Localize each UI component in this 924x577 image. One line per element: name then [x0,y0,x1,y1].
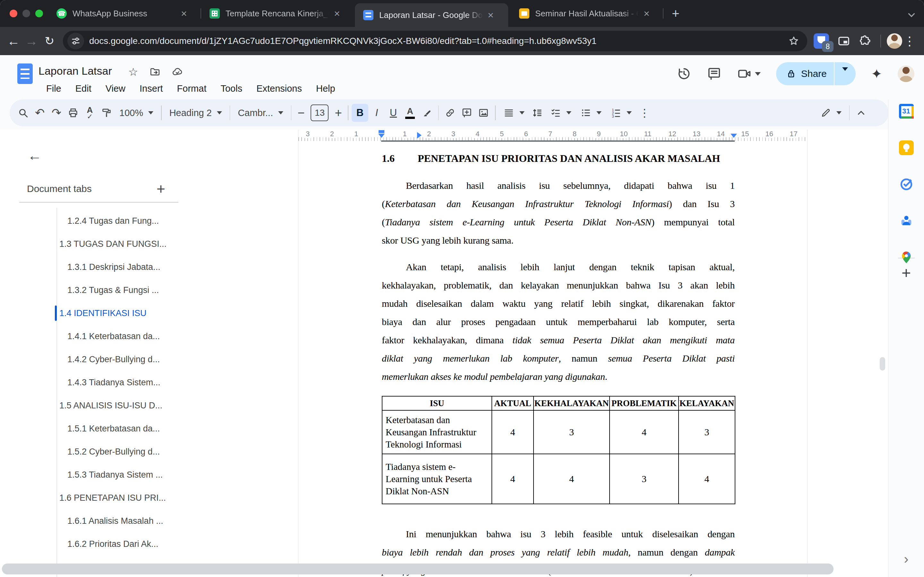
menu-format[interactable]: Format [170,81,214,96]
star-document-icon[interactable]: ☆ [128,65,138,78]
underline-button[interactable]: U [385,104,402,122]
outline-item[interactable]: 1.2.4 Tugas dan Fung... [0,210,298,232]
tab-search-chevron-icon[interactable] [906,10,917,21]
outline-item[interactable]: 1.5.3 Tiadanya Sistem ... [0,463,298,486]
spellcheck-icon[interactable]: A ✓ [81,104,98,122]
italic-button[interactable]: I [368,104,385,122]
tab-slides[interactable]: Seminar Hasil Aktualisasi - Go × [511,0,662,27]
minimize-window-button[interactable] [23,10,30,17]
menu-extensions[interactable]: Extensions [249,81,309,96]
table-header-cell[interactable]: AKTUAL [492,396,533,410]
google-maps-icon[interactable] [899,250,914,265]
document-title[interactable]: Laporan Latsar [39,65,112,77]
google-calendar-icon[interactable]: 31 [899,104,914,119]
menu-view[interactable]: View [99,81,132,96]
usg-table[interactable]: ISUAKTUALKEKHALAYAKANPROBLEMATIKKELAYAKA… [382,396,735,504]
left-indent-marker[interactable] [378,134,384,138]
close-tab-icon[interactable]: × [488,10,494,20]
tab-whatsapp[interactable]: ☎ WhatsApp Business × [48,0,200,27]
adblock-extension-icon[interactable]: 8 [814,33,829,49]
redo-icon[interactable]: ↷ [48,104,65,122]
vertical-scrollbar-thumb[interactable] [880,357,885,371]
numbered-list-select[interactable]: 123 [606,107,636,118]
table-cell-value[interactable]: 4 [610,410,678,454]
outline-item[interactable]: 1.3 TUGAS DAN FUNGSI... [0,232,298,255]
hide-menus-chevron-icon[interactable] [853,104,869,122]
menu-tools[interactable]: Tools [213,81,249,96]
close-tab-icon[interactable]: × [644,8,650,19]
doc-heading[interactable]: 1.6PENETAPAN ISU PRIORITAS DAN ANALISIS … [382,148,735,169]
horizontal-scrollbar-thumb[interactable] [2,564,834,574]
back-icon[interactable]: ← [27,147,42,163]
google-tasks-icon[interactable] [899,177,914,192]
table-cell-value[interactable]: 4 [492,410,533,454]
font-select[interactable]: Cambr... [233,108,288,118]
table-header-cell[interactable]: KELAYAKAN [678,396,735,410]
browser-menu-icon[interactable]: ⋮ [903,34,916,48]
outline-item[interactable]: 1.4.2 Cyber-Bullying d... [0,348,298,371]
menu-file[interactable]: File [39,81,68,96]
table-header-cell[interactable]: KEKHALAYAKAN [533,396,610,410]
close-window-button[interactable] [10,10,17,17]
move-to-folder-icon[interactable] [150,66,160,77]
more-toolbar-options-icon[interactable]: ⋮ [636,104,653,122]
increase-font-size-button[interactable]: + [332,106,344,120]
ruler[interactable]: 3211234567891011121314151617 [298,129,808,142]
add-comment-icon[interactable] [459,104,475,122]
outline-item[interactable]: 1.4.3 Tiadanya Sistem... [0,371,298,394]
google-docs-logo-icon[interactable] [17,63,33,84]
address-bar[interactable]: docs.google.com/document/d/1jZY1AGc7udo1… [63,31,807,51]
search-menus-icon[interactable] [15,104,31,122]
get-addons-button[interactable]: + [888,263,924,282]
share-button[interactable]: Share [776,62,856,85]
right-indent-marker[interactable] [730,134,737,138]
tab-sheets[interactable]: Template Rencana Kinerja_OK × [201,0,354,27]
checklist-select[interactable] [546,107,576,118]
account-avatar[interactable] [898,65,914,82]
back-button[interactable]: ← [5,32,23,50]
table-cell-value[interactable]: 4 [492,454,533,504]
google-keep-icon[interactable] [899,140,914,155]
close-tab-icon[interactable]: × [181,8,187,19]
close-tab-icon[interactable]: × [334,8,340,19]
google-contacts-icon[interactable] [899,213,914,228]
outline-item[interactable]: 1.5.2 Cyber-Bullying d... [0,440,298,463]
table-cell-value[interactable]: 3 [678,410,735,454]
paint-format-icon[interactable] [98,104,115,122]
menu-edit[interactable]: Edit [68,81,99,96]
align-select[interactable] [499,107,529,118]
bulleted-list-select[interactable] [576,107,606,118]
menu-help[interactable]: Help [309,81,342,96]
editing-mode-select[interactable] [816,107,846,118]
outline-item[interactable]: 1.5 ANALISIS ISU-ISU D... [0,394,298,417]
outline-item[interactable]: 1.3.2 Tugas & Fungsi ... [0,279,298,301]
meet-presentation-control[interactable] [737,66,761,81]
bold-button[interactable]: B [352,104,368,122]
forward-button[interactable]: → [23,32,40,50]
outline-item[interactable]: 1.6.2 Prioritas Dari Ak... [0,532,298,556]
browser-profile-avatar[interactable] [887,33,902,49]
undo-icon[interactable]: ↶ [31,104,48,122]
add-document-tab-button[interactable]: + [157,180,165,197]
reload-button[interactable]: ↻ [40,32,58,50]
outline-item[interactable]: 1.6 PENETAPAN ISU PRI... [0,486,298,509]
highlight-color-icon[interactable] [418,104,435,122]
doc-paragraph[interactable]: Akan tetapi, analisis lebih lanjut denga… [382,258,735,386]
table-header-cell[interactable]: ISU [382,396,492,410]
gemini-sparkle-icon[interactable]: ✦ [871,66,882,82]
cloud-saved-icon[interactable] [172,66,183,77]
print-icon[interactable] [65,104,81,122]
bookmark-star-icon[interactable] [787,35,800,47]
comments-icon[interactable] [707,66,722,81]
outline-item[interactable]: 1.4.1 Keterbatasan da... [0,325,298,348]
menu-insert[interactable]: Insert [132,81,170,96]
insert-link-icon[interactable] [442,104,459,122]
line-spacing-icon[interactable] [529,104,546,122]
font-size-input[interactable]: 13 [310,105,328,121]
table-cell-value[interactable]: 3 [533,410,610,454]
outline-item[interactable]: 1.3.1 Deskripsi Jabata... [0,255,298,279]
paragraph-style-select[interactable]: Heading 2 [165,108,226,118]
outline-item-active[interactable]: 1.4 IDENTIFIKASI ISU [0,301,298,325]
version-history-icon[interactable] [677,66,691,81]
doc-paragraph[interactable]: Berdasarkan hasil analisis isu sebelumny… [382,176,735,250]
